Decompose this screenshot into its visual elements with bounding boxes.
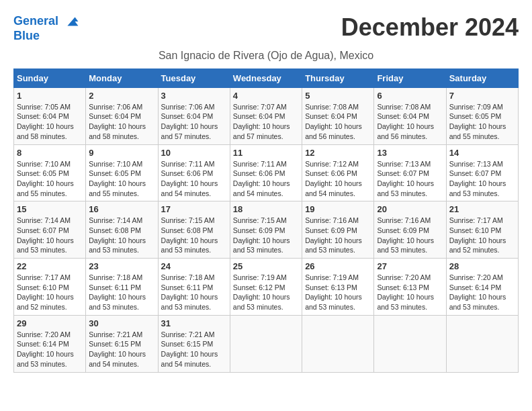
- table-row: 15Sunrise: 7:14 AMSunset: 6:07 PMDayligh…: [14, 201, 86, 259]
- table-row: 4Sunrise: 7:07 AMSunset: 6:04 PMDaylight…: [230, 87, 302, 144]
- table-row: 29Sunrise: 7:20 AMSunset: 6:14 PMDayligh…: [14, 315, 86, 372]
- table-row: 28Sunrise: 7:20 AMSunset: 6:14 PMDayligh…: [446, 259, 518, 316]
- table-row: 5Sunrise: 7:08 AMSunset: 6:04 PMDaylight…: [302, 87, 374, 144]
- table-row: 23Sunrise: 7:18 AMSunset: 6:11 PMDayligh…: [86, 259, 158, 316]
- table-row: 18Sunrise: 7:15 AMSunset: 6:09 PMDayligh…: [230, 201, 302, 259]
- col-tuesday: Tuesday: [158, 68, 230, 87]
- table-row: 27Sunrise: 7:20 AMSunset: 6:13 PMDayligh…: [374, 259, 446, 316]
- col-sunday: Sunday: [14, 68, 86, 87]
- table-row: 30Sunrise: 7:21 AMSunset: 6:15 PMDayligh…: [86, 315, 158, 372]
- table-row: 1Sunrise: 7:05 AMSunset: 6:04 PMDaylight…: [14, 87, 86, 144]
- table-row: 19Sunrise: 7:16 AMSunset: 6:09 PMDayligh…: [302, 201, 374, 259]
- table-row: 16Sunrise: 7:14 AMSunset: 6:08 PMDayligh…: [86, 201, 158, 259]
- svg-marker-0: [67, 17, 78, 26]
- logo-text: General: [13, 13, 79, 30]
- col-saturday: Saturday: [446, 68, 518, 87]
- table-row: 3Sunrise: 7:06 AMSunset: 6:04 PMDaylight…: [158, 87, 230, 144]
- table-row: 10Sunrise: 7:11 AMSunset: 6:06 PMDayligh…: [158, 144, 230, 201]
- table-row: [374, 315, 446, 372]
- logo-text2: Blue: [13, 30, 79, 43]
- table-row: 13Sunrise: 7:13 AMSunset: 6:07 PMDayligh…: [374, 144, 446, 201]
- table-row: 14Sunrise: 7:13 AMSunset: 6:07 PMDayligh…: [446, 144, 518, 201]
- table-row: 26Sunrise: 7:19 AMSunset: 6:13 PMDayligh…: [302, 259, 374, 316]
- table-row: 20Sunrise: 7:16 AMSunset: 6:09 PMDayligh…: [374, 201, 446, 259]
- col-thursday: Thursday: [302, 68, 374, 87]
- table-row: 9Sunrise: 7:10 AMSunset: 6:05 PMDaylight…: [86, 144, 158, 201]
- logo: General Blue: [13, 13, 79, 43]
- title-section: December 2024: [341, 13, 519, 42]
- table-row: 31Sunrise: 7:21 AMSunset: 6:15 PMDayligh…: [158, 315, 230, 372]
- table-row: [302, 315, 374, 372]
- location-title: San Ignacio de Rivera (Ojo de Agua), Mex…: [13, 50, 519, 62]
- table-row: 22Sunrise: 7:17 AMSunset: 6:10 PMDayligh…: [14, 259, 86, 316]
- table-row: 25Sunrise: 7:19 AMSunset: 6:12 PMDayligh…: [230, 259, 302, 316]
- logo-icon: [63, 13, 79, 30]
- table-row: 8Sunrise: 7:10 AMSunset: 6:05 PMDaylight…: [14, 144, 86, 201]
- table-row: 17Sunrise: 7:15 AMSunset: 6:08 PMDayligh…: [158, 201, 230, 259]
- calendar-table: Sunday Monday Tuesday Wednesday Thursday…: [13, 68, 519, 373]
- table-row: [230, 315, 302, 372]
- table-row: [446, 315, 518, 372]
- col-wednesday: Wednesday: [230, 68, 302, 87]
- table-row: 24Sunrise: 7:18 AMSunset: 6:11 PMDayligh…: [158, 259, 230, 316]
- col-friday: Friday: [374, 68, 446, 87]
- table-row: 12Sunrise: 7:12 AMSunset: 6:06 PMDayligh…: [302, 144, 374, 201]
- table-row: 7Sunrise: 7:09 AMSunset: 6:05 PMDaylight…: [446, 87, 518, 144]
- table-row: 2Sunrise: 7:06 AMSunset: 6:04 PMDaylight…: [86, 87, 158, 144]
- table-row: 6Sunrise: 7:08 AMSunset: 6:04 PMDaylight…: [374, 87, 446, 144]
- table-row: 21Sunrise: 7:17 AMSunset: 6:10 PMDayligh…: [446, 201, 518, 259]
- month-title: December 2024: [341, 13, 519, 42]
- col-monday: Monday: [86, 68, 158, 87]
- table-row: 11Sunrise: 7:11 AMSunset: 6:06 PMDayligh…: [230, 144, 302, 201]
